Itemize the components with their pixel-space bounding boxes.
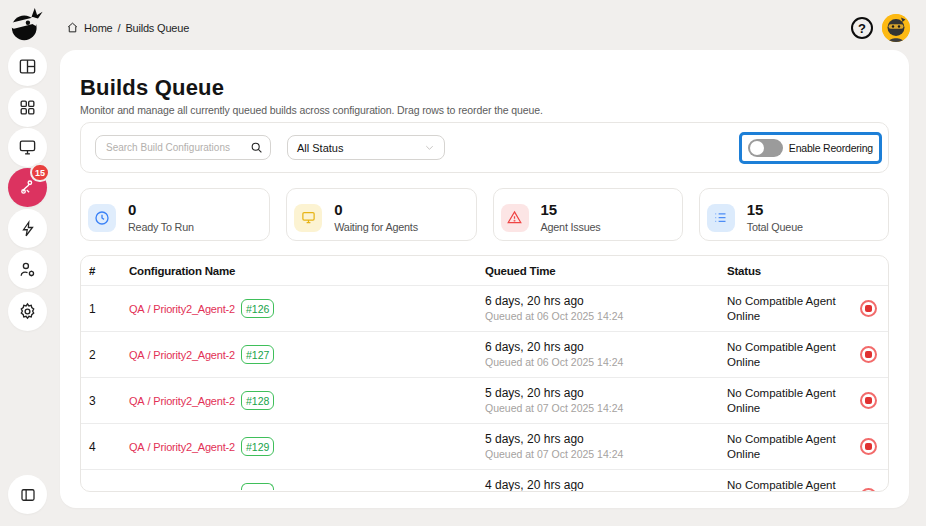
- page-title: Builds Queue: [80, 77, 889, 98]
- table-row[interactable]: 5 QA / Priority2_Agent-2 #130 4 days, 20…: [81, 469, 888, 492]
- table-row[interactable]: 2 QA / Priority2_Agent-2 #127 6 days, 20…: [81, 331, 888, 377]
- page-subtitle: Monitor and manage all currently queued …: [80, 104, 889, 117]
- main-panel: Builds Queue Monitor and manage all curr…: [60, 50, 909, 508]
- queued-absolute-time: Queued at 07 Oct 2025 14:24: [485, 449, 724, 460]
- row-index: 4: [81, 440, 129, 454]
- help-button[interactable]: ?: [851, 17, 873, 39]
- enable-reordering-toggle[interactable]: Enable Reordering: [739, 132, 882, 164]
- toggle-switch[interactable]: [748, 139, 783, 157]
- status-text: No Compatible Agent Online: [724, 340, 848, 370]
- config-separator: /: [148, 302, 151, 316]
- list-icon: [707, 204, 735, 232]
- stat-card-ready-to-run: 0 Ready To Run: [80, 188, 270, 241]
- monitor-icon: [294, 204, 322, 232]
- build-number-badge[interactable]: #130: [241, 483, 274, 490]
- row-index: 1: [81, 302, 129, 316]
- queued-relative-time: 6 days, 20 hrs ago: [485, 341, 724, 353]
- queued-absolute-time: Queued at 06 Oct 2025 14:24: [485, 357, 724, 368]
- config-separator: /: [148, 348, 151, 362]
- cancel-build-button[interactable]: [860, 346, 877, 363]
- project-link[interactable]: QA: [129, 302, 145, 316]
- stat-label: Waiting for Agents: [334, 220, 418, 234]
- sidebar-item-actions[interactable]: [8, 209, 47, 248]
- stat-card-total-queue: 15 Total Queue: [699, 188, 889, 241]
- toggle-label: Enable Reordering: [789, 142, 873, 154]
- app-logo[interactable]: [5, 3, 49, 47]
- sidebar-item-agents[interactable]: [8, 128, 47, 167]
- status-text: No Compatible Agent Online: [724, 294, 848, 324]
- status-text: No Compatible Agent Online: [724, 386, 848, 416]
- table-row[interactable]: 4 QA / Priority2_Agent-2 #129 5 days, 20…: [81, 423, 888, 469]
- cancel-build-button[interactable]: [860, 300, 877, 317]
- stat-card-agent-issues: 15 Agent Issues: [493, 188, 683, 241]
- stat-label: Ready To Run: [128, 220, 194, 234]
- config-separator: /: [148, 394, 151, 408]
- status-filter-select[interactable]: All Status: [287, 135, 445, 160]
- search-input[interactable]: [95, 135, 271, 160]
- breadcrumb: Home / Builds Queue: [66, 21, 189, 34]
- queued-relative-time: 6 days, 20 hrs ago: [485, 295, 724, 307]
- cancel-build-button[interactable]: [860, 392, 877, 409]
- sidebar-item-users[interactable]: [8, 250, 47, 289]
- build-number-badge[interactable]: #129: [241, 437, 274, 456]
- stat-value: 15: [747, 201, 803, 218]
- alert-triangle-icon: [501, 204, 529, 232]
- clock-icon: [88, 204, 116, 232]
- chevron-down-icon: [424, 142, 435, 153]
- build-number-badge[interactable]: #127: [241, 345, 274, 364]
- configuration-link[interactable]: Priority2_Agent-2: [153, 302, 235, 316]
- queued-relative-time: 4 days, 20 hrs ago: [485, 479, 724, 491]
- stat-value: 15: [541, 201, 601, 218]
- configuration-link[interactable]: Priority2_Agent-2: [153, 348, 235, 362]
- question-icon: ?: [858, 21, 866, 36]
- status-filter-value: All Status: [297, 142, 343, 154]
- stat-value: 0: [334, 201, 418, 218]
- table-header-row: # Configuration Name Queued Time Status: [81, 256, 888, 285]
- sidebar-collapse-button[interactable]: [8, 475, 47, 514]
- search-icon: [250, 141, 263, 154]
- configuration-link[interactable]: Priority2_Agent-2: [153, 394, 235, 408]
- table-row[interactable]: 1 QA / Priority2_Agent-2 #126 6 days, 20…: [81, 285, 888, 331]
- project-link[interactable]: QA: [129, 440, 145, 454]
- table-row[interactable]: 3 QA / Priority2_Agent-2 #128 5 days, 20…: [81, 377, 888, 423]
- project-link[interactable]: QA: [129, 394, 145, 408]
- row-index: 3: [81, 394, 129, 408]
- header-status: Status: [724, 265, 848, 277]
- queue-count-badge: 15: [30, 163, 50, 182]
- breadcrumb-home[interactable]: Home: [84, 22, 113, 34]
- breadcrumb-separator: /: [118, 22, 121, 34]
- queued-absolute-time: Queued at 07 Oct 2025 14:24: [485, 403, 724, 414]
- queued-relative-time: 5 days, 20 hrs ago: [485, 433, 724, 445]
- header-queued: Queued Time: [485, 265, 724, 277]
- sidebar: 15: [0, 0, 55, 526]
- build-number-badge[interactable]: #128: [241, 391, 274, 410]
- header-index: #: [81, 265, 129, 277]
- sidebar-item-dashboard[interactable]: [8, 47, 47, 86]
- stat-label: Total Queue: [747, 220, 803, 234]
- builds-queue-table: # Configuration Name Queued Time Status …: [80, 255, 889, 492]
- configuration-link[interactable]: Priority2_Agent-2: [153, 440, 235, 454]
- header-config: Configuration Name: [129, 265, 485, 277]
- breadcrumb-current: Builds Queue: [125, 22, 189, 34]
- stat-value: 0: [128, 201, 194, 218]
- search-box: [95, 135, 271, 160]
- sidebar-item-builds-queue[interactable]: 15: [8, 168, 47, 207]
- sidebar-item-projects[interactable]: [8, 88, 47, 127]
- status-text: No Compatible Agent Online: [724, 432, 848, 462]
- status-text: No Compatible Agent Online: [724, 478, 848, 493]
- stat-label: Agent Issues: [541, 220, 601, 234]
- queued-absolute-time: Queued at 06 Oct 2025 14:24: [485, 311, 724, 322]
- home-icon: [66, 21, 79, 34]
- cancel-build-button[interactable]: [860, 488, 877, 493]
- build-number-badge[interactable]: #126: [241, 299, 274, 318]
- queued-relative-time: 5 days, 20 hrs ago: [485, 387, 724, 399]
- sidebar-item-settings[interactable]: [8, 292, 47, 331]
- user-avatar[interactable]: [882, 14, 910, 42]
- project-link[interactable]: QA: [129, 348, 145, 362]
- row-index: 2: [81, 348, 129, 362]
- filter-bar: All Status Enable Reordering: [80, 122, 889, 173]
- stats-row: 0 Ready To Run 0 Waiting for Agents 15 A…: [80, 188, 889, 241]
- config-separator: /: [148, 440, 151, 454]
- cancel-build-button[interactable]: [860, 438, 877, 455]
- stat-card-waiting-for-agents: 0 Waiting for Agents: [286, 188, 476, 241]
